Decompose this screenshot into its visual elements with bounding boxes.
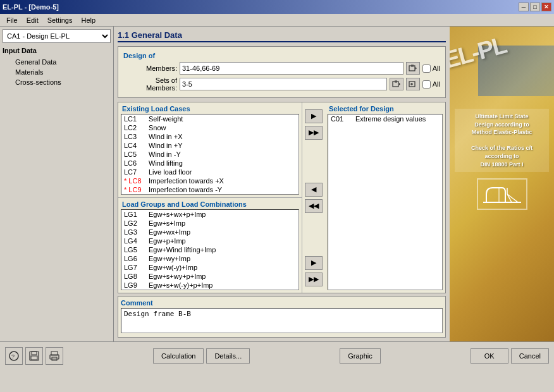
load-combos-list[interactable]: LG1Egw+s+wx+p+Imp LG2Egw+s+Imp LG3Egw+wx…	[121, 209, 299, 290]
tree-item-general-data[interactable]: General Data	[3, 57, 111, 67]
list-item[interactable]: LG7Egw+w(-y)+Imp	[121, 263, 299, 272]
sets-all-checkbox[interactable]	[422, 80, 431, 89]
main-area: CA1 - Design EL-PL Input Data General Da…	[0, 27, 554, 341]
brand-panel: EL-PL Ultimate Limit State Design accord…	[450, 27, 554, 341]
toolbar-save-button[interactable]	[25, 347, 43, 365]
arrow-right-combo-button[interactable]: ▶	[305, 256, 323, 270]
members-all-checkbox-label: All	[422, 64, 440, 73]
tree-root-label: Input Data	[3, 47, 111, 54]
maximize-button[interactable]: □	[530, 3, 540, 11]
arrow-right-button[interactable]: ▶	[305, 109, 323, 123]
window-controls: ─ □ ✕	[519, 3, 551, 11]
details-button[interactable]: Details...	[206, 348, 250, 364]
members-select-btn[interactable]	[406, 62, 420, 75]
sets-add-btn[interactable]	[406, 78, 420, 90]
case-dropdown[interactable]: CA1 - Design EL-PL	[3, 29, 111, 43]
load-combos-title: Load Groups and Load Combinations	[118, 197, 302, 209]
arrow-left-all-button[interactable]: ◀◀	[305, 199, 323, 213]
arrow-right-all-combo-button[interactable]: ▶▶	[305, 273, 323, 286]
list-item[interactable]: LC7Live load floor	[121, 168, 299, 176]
arrow-left-button[interactable]: ◀	[305, 183, 323, 197]
svg-line-13	[507, 194, 518, 202]
section-title: 1.1 General Data	[118, 30, 446, 42]
ok-button[interactable]: OK	[471, 348, 508, 364]
list-item[interactable]: LG1Egw+s+wx+p+Imp	[121, 210, 299, 219]
comment-section: Comment	[118, 296, 446, 338]
sets-label: Sets of Members:	[123, 77, 177, 92]
loads-and-selected: Existing Load Cases LC1Self-weight LC2Sn…	[118, 102, 446, 293]
menu-file[interactable]: File	[3, 15, 22, 25]
bottom-bar: ? Calculation Details... Graphic OK Canc…	[0, 341, 554, 369]
list-item[interactable]: C01Extreme design values	[328, 114, 442, 123]
design-of-label: Design of	[123, 52, 440, 59]
graphic-button[interactable]: Graphic	[340, 348, 381, 364]
cancel-button[interactable]: Cancel	[511, 348, 549, 364]
list-item[interactable]: LC1Self-weight	[121, 114, 299, 123]
content-area: 1.1 General Data Design of Members: All …	[114, 27, 450, 341]
menu-help[interactable]: Help	[77, 15, 99, 25]
tree-item-materials[interactable]: Materials	[3, 67, 111, 77]
members-row: Members: All	[123, 62, 440, 75]
list-item[interactable]: * LC9Imperfection towards -Y	[121, 185, 299, 194]
left-panel: CA1 - Design EL-PL Input Data General Da…	[0, 27, 114, 341]
svg-rect-20	[31, 356, 37, 360]
design-of-section: Design of Members: All Sets of Members:	[118, 46, 446, 98]
close-button[interactable]: ✕	[541, 3, 551, 11]
list-item[interactable]: * LC8Imperfection towards +X	[121, 176, 299, 185]
brand-arch-svg	[483, 185, 521, 204]
tree-item-cross-sections[interactable]: Cross-sections	[3, 77, 111, 87]
list-item[interactable]: LC5Wind in -Y	[121, 150, 299, 159]
list-item[interactable]: LC3Wind in +X	[121, 132, 299, 141]
selected-title: Selected for Design	[325, 102, 445, 114]
list-item[interactable]: LG4Egw+p+Imp	[121, 236, 299, 245]
toolbar-print-button[interactable]	[46, 347, 63, 365]
svg-marker-7	[399, 83, 400, 85]
window-title: EL-PL - [Demo-5]	[3, 3, 59, 11]
arrow-right-all-button[interactable]: ▶▶	[305, 126, 323, 140]
selected-panel: Selected for Design C01Extreme design va…	[325, 102, 445, 293]
title-bar: EL-PL - [Demo-5] ─ □ ✕	[0, 0, 554, 14]
members-all-checkbox[interactable]	[422, 64, 431, 73]
list-item[interactable]: LC2Snow	[121, 123, 299, 132]
svg-rect-19	[32, 352, 37, 355]
members-label: Members:	[123, 64, 177, 72]
existing-lc-panel: Existing Load Cases LC1Self-weight LC2Sn…	[118, 102, 302, 293]
minimize-button[interactable]: ─	[519, 3, 529, 11]
list-item[interactable]: LC4Wind in +Y	[121, 141, 299, 150]
sets-input[interactable]	[180, 78, 387, 90]
list-item[interactable]: LG9Egw+s+w(-y)+p+Imp	[121, 281, 299, 290]
comment-input[interactable]	[121, 308, 443, 333]
list-item[interactable]: LG2Egw+s+Imp	[121, 219, 299, 228]
sets-select-btn[interactable]	[390, 78, 403, 90]
toolbar-back-button[interactable]: ?	[5, 347, 23, 365]
sets-row: Sets of Members: All	[123, 77, 440, 92]
menu-settings[interactable]: Settings	[44, 15, 77, 25]
calculation-button[interactable]: Calculation	[153, 348, 204, 364]
selected-list[interactable]: C01Extreme design values	[328, 114, 443, 290]
menu-bar: File Edit Settings Help	[0, 14, 554, 27]
svg-text:?: ?	[11, 353, 15, 360]
brand-logo	[477, 178, 527, 210]
list-item[interactable]: LG5Egw+Wind lifting+Imp	[121, 245, 299, 254]
list-item[interactable]: LG8Egw+s+wy+p+Imp	[121, 272, 299, 281]
brand-subtitle: Ultimate Limit State Design according to…	[455, 109, 549, 172]
members-input[interactable]	[180, 62, 403, 75]
list-item[interactable]: LG3Egw+wx+Imp	[121, 228, 299, 236]
comment-label: Comment	[121, 299, 443, 307]
list-item[interactable]: LC6Wind lifting	[121, 159, 299, 168]
existing-lc-list[interactable]: LC1Self-weight LC2Snow LC3Wind in +X LC4…	[121, 114, 299, 195]
menu-edit[interactable]: Edit	[23, 15, 42, 25]
svg-marker-3	[416, 67, 417, 70]
list-item[interactable]: LG6Egw+wy+Imp	[121, 254, 299, 263]
sets-all-checkbox-label: All	[422, 80, 440, 89]
existing-lc-title: Existing Load Cases	[118, 102, 302, 114]
transfer-arrows: ▶ ▶▶ ◀ ◀◀ ▶ ▶▶	[302, 102, 325, 293]
